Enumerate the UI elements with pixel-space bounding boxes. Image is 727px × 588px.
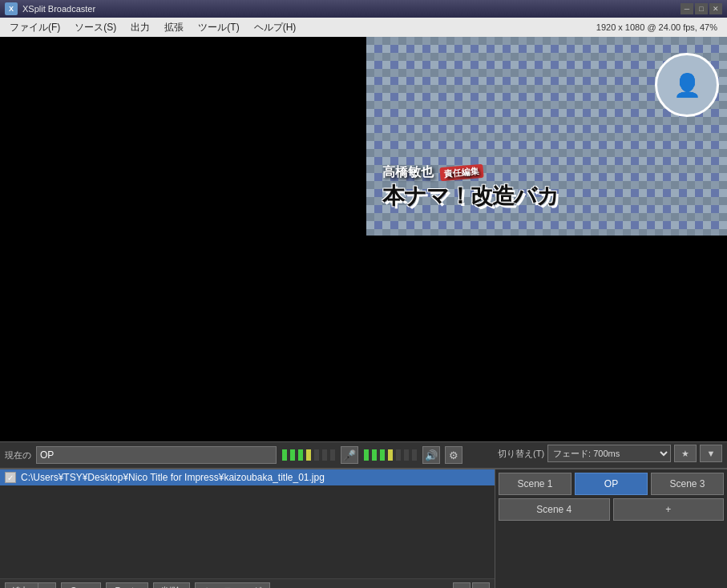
scene-btn-4[interactable]: Scene 4 <box>499 498 610 521</box>
window-controls: ─ □ ✕ <box>681 3 722 14</box>
move-up-button[interactable]: ▲ <box>453 582 471 588</box>
app-icon: X <box>5 2 18 15</box>
bar-7 <box>330 449 335 461</box>
menu-source[interactable]: ソース(S) <box>68 19 123 36</box>
minimize-button[interactable]: ─ <box>681 3 693 14</box>
menu-file[interactable]: ファイル(F) <box>3 19 67 36</box>
action-bar: 追加 ▼ Copy Paste 削除 セッティング ▲ ▼ <box>0 578 495 588</box>
maximize-button[interactable]: □ <box>695 3 708 14</box>
bar-2 <box>290 449 295 461</box>
settings-button[interactable]: ⚙ <box>445 446 462 464</box>
fade-select[interactable]: フェード: 700ms <box>547 445 671 462</box>
rbar-6 <box>404 449 409 461</box>
preview-avatar: 👤 <box>655 53 719 117</box>
menu-expand[interactable]: 拡張 <box>158 19 190 36</box>
audio-bar-left <box>281 449 336 461</box>
scene-menu-button[interactable]: ▼ <box>700 445 722 462</box>
scene-btn-add[interactable]: + <box>613 498 725 521</box>
scene-top-row: 切り替え(T) フェード: 700ms ★ ▼ <box>498 445 722 462</box>
preview-badge: 責任編集 <box>440 164 484 182</box>
controls-row: 現在の 🎤 🔊 ⚙ 切り替え(T) フェード: 700ms ★ ▼ <box>0 441 727 469</box>
menu-output[interactable]: 出力 <box>124 19 156 36</box>
mic-button[interactable]: 🎤 <box>341 446 358 464</box>
bar-6 <box>322 449 327 461</box>
copy-button[interactable]: Copy <box>61 582 101 588</box>
add-main-button[interactable]: 追加 <box>5 582 38 588</box>
bar-5 <box>314 449 319 461</box>
speaker-button[interactable]: 🔊 <box>422 446 440 464</box>
bar-1 <box>282 449 287 461</box>
source-checkbox[interactable]: ✓ <box>5 472 16 483</box>
settings-source-button[interactable]: セッティング <box>195 582 270 588</box>
bar-4 <box>306 449 311 461</box>
menubar: ファイル(F) ソース(S) 出力 拡張 ツール(T) ヘルプ(H) 1920 … <box>0 18 727 37</box>
preview-text-block: 高橋敏也 責任編集 本ナマ！改造バカ <box>382 164 719 211</box>
add-dropdown-button[interactable]: ▼ <box>38 582 56 588</box>
menu-tools[interactable]: ツール(T) <box>192 19 245 36</box>
scene-btn-op[interactable]: OP <box>575 473 648 495</box>
preview-image: 👤 高橋敏也 責任編集 本ナマ！改造バカ <box>366 37 727 236</box>
scene-star-button[interactable]: ★ <box>674 445 697 462</box>
scene-panel: Scene 1 OP Scene 3 Scene 4 + <box>495 469 727 588</box>
source-list: ✓ C:\Users¥TSY¥Desktop¥Nico Title for Im… <box>0 469 495 578</box>
close-button[interactable]: ✕ <box>709 3 722 14</box>
app-title: XSplit Broadcaster <box>22 4 676 14</box>
rbar-3 <box>380 449 385 461</box>
delete-button[interactable]: 削除 <box>153 582 190 588</box>
paste-button[interactable]: Paste <box>106 582 148 588</box>
move-down-button[interactable]: ▼ <box>472 582 490 588</box>
preview-show-title: 本ナマ！改造バカ <box>382 181 719 211</box>
scene-row-2: Scene 4 + <box>499 498 724 521</box>
source-path: C:\Users¥TSY¥Desktop¥Nico Title for Impr… <box>21 472 325 483</box>
rbar-1 <box>364 449 369 461</box>
audio-bar-right <box>363 449 418 461</box>
rbar-5 <box>396 449 401 461</box>
titlebar: X XSplit Broadcaster ─ □ ✕ <box>0 0 727 18</box>
bottom-area: ✓ C:\Users¥TSY¥Desktop¥Nico Title for Im… <box>0 469 727 588</box>
resolution-info: 1920 x 1080 @ 24.00 fps, 47% <box>596 22 724 32</box>
move-buttons: ▲ ▼ <box>453 582 490 588</box>
bar-3 <box>298 449 303 461</box>
avatar-emoji: 👤 <box>673 72 701 99</box>
menu-help[interactable]: ヘルプ(H) <box>248 19 303 36</box>
rbar-4 <box>388 449 393 461</box>
source-item[interactable]: ✓ C:\Users¥TSY¥Desktop¥Nico Title for Im… <box>0 469 495 485</box>
add-button-group: 追加 ▼ <box>5 582 56 588</box>
preview-person-name: 高橋敏也 責任編集 <box>382 164 719 181</box>
scene-switcher-label: 切り替え(T) <box>498 448 544 460</box>
preview-area: 👤 高橋敏也 責任編集 本ナマ！改造バカ <box>0 37 727 441</box>
rbar-7 <box>412 449 417 461</box>
scene-label: 現在の <box>5 449 31 461</box>
scene-btn-1[interactable]: Scene 1 <box>499 473 572 495</box>
scene-name-input[interactable] <box>36 446 277 464</box>
rbar-2 <box>372 449 377 461</box>
scene-btn-3[interactable]: Scene 3 <box>651 473 724 495</box>
source-panel: ✓ C:\Users¥TSY¥Desktop¥Nico Title for Im… <box>0 469 495 588</box>
preview-camo: 👤 高橋敏也 責任編集 本ナマ！改造バカ <box>366 37 727 236</box>
scene-row-1: Scene 1 OP Scene 3 <box>499 473 724 495</box>
